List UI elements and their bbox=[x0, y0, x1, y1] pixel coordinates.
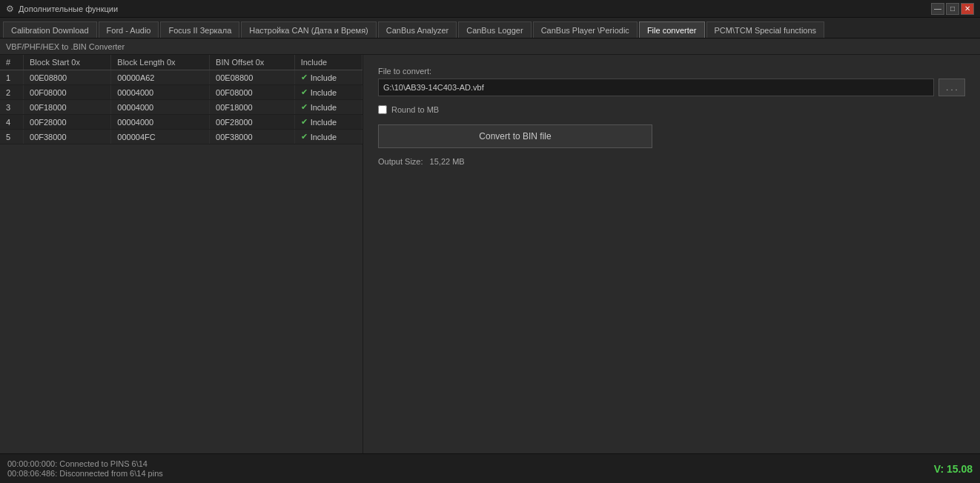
include-label: Include bbox=[311, 118, 337, 127]
cell-2-row-3: 00004000 bbox=[111, 115, 210, 130]
check-icon: ✔ bbox=[301, 117, 308, 127]
column-header-include: Include bbox=[294, 55, 362, 70]
column-header-bin-offset-0x: BIN Offset 0x bbox=[210, 55, 295, 70]
table-row: 500F38000000004FC00F38000✔Include bbox=[0, 130, 362, 144]
tab-can-settings[interactable]: Настройка CAN (Дата и Время) bbox=[241, 21, 377, 38]
file-input-row: . . . bbox=[378, 79, 965, 96]
include-label: Include bbox=[311, 103, 337, 112]
table-header: #Block Start 0xBlock Length 0xBIN Offset… bbox=[0, 55, 362, 70]
check-icon: ✔ bbox=[301, 87, 308, 97]
file-path-input[interactable] bbox=[378, 79, 934, 96]
status-line: 00:00:00:000: Connected to PINS 6\14 bbox=[7, 459, 163, 468]
cell-1-row-0: 00E08800 bbox=[24, 70, 111, 85]
close-button[interactable]: ✕ bbox=[961, 3, 974, 15]
check-icon: ✔ bbox=[301, 132, 308, 141]
round-to-mb-label: Round to MB bbox=[391, 105, 439, 114]
cell-1-row-4: 00F38000 bbox=[24, 130, 111, 144]
output-size-value: 15,22 MB bbox=[430, 157, 465, 166]
file-label: File to convert: bbox=[378, 67, 965, 76]
table-body: 100E0880000000A6200E08800✔Include200F080… bbox=[0, 70, 362, 144]
title-bar-controls[interactable]: — □ ✕ bbox=[931, 3, 974, 15]
table-header-row: #Block Start 0xBlock Length 0xBIN Offset… bbox=[0, 55, 362, 70]
minimize-button[interactable]: — bbox=[931, 3, 944, 15]
output-size: Output Size: 15,22 MB bbox=[378, 157, 965, 166]
tab-focus-ii-mirror[interactable]: Focus II Зеркала bbox=[160, 21, 239, 38]
title-bar: ⚙ Дополнительные функции — □ ✕ bbox=[0, 0, 980, 18]
column-header-#: # bbox=[0, 55, 24, 70]
tab-ford-audio[interactable]: Ford - Audio bbox=[99, 21, 159, 38]
include-cell-row-3: ✔Include bbox=[294, 115, 362, 130]
subtitle-bar: VBF/PHF/HEX to .BIN Converter bbox=[0, 39, 980, 55]
cell-3-row-4: 00F38000 bbox=[210, 130, 295, 144]
cell-3-row-3: 00F28000 bbox=[210, 115, 295, 130]
status-bar: 00:00:00:000: Connected to PINS 6\1400:0… bbox=[0, 453, 980, 483]
version-text: V: 15.08 bbox=[934, 463, 973, 475]
table-row: 200F080000000400000F08000✔Include bbox=[0, 85, 362, 100]
include-label: Include bbox=[311, 88, 337, 97]
include-cell-row-4: ✔Include bbox=[294, 130, 362, 144]
title-bar-left: ⚙ Дополнительные функции bbox=[6, 4, 118, 14]
subtitle-text: VBF/PHF/HEX to .BIN Converter bbox=[6, 42, 125, 51]
tab-pcm-tcm[interactable]: PCM\TCM Special functions bbox=[706, 21, 825, 38]
right-panel: File to convert: . . . Round to MB Conve… bbox=[363, 55, 980, 453]
cell-0-row-3: 4 bbox=[0, 115, 24, 130]
include-label: Include bbox=[311, 73, 337, 82]
app-icon: ⚙ bbox=[6, 4, 14, 14]
cell-2-row-2: 00004000 bbox=[111, 100, 210, 115]
table-row: 100E0880000000A6200E08800✔Include bbox=[0, 70, 362, 85]
cell-2-row-1: 00004000 bbox=[111, 85, 210, 100]
cell-1-row-2: 00F18000 bbox=[24, 100, 111, 115]
table-row: 400F280000000400000F28000✔Include bbox=[0, 115, 362, 130]
cell-0-row-0: 1 bbox=[0, 70, 24, 85]
browse-button[interactable]: . . . bbox=[938, 79, 965, 96]
tab-canbus-player[interactable]: CanBus Player \Periodic bbox=[533, 21, 638, 38]
file-group: File to convert: . . . bbox=[378, 67, 965, 96]
cell-0-row-1: 2 bbox=[0, 85, 24, 100]
include-cell-row-0: ✔Include bbox=[294, 70, 362, 85]
tab-canbus-analyzer[interactable]: CanBus Analyzer bbox=[378, 21, 457, 38]
check-icon: ✔ bbox=[301, 73, 308, 82]
main-content: #Block Start 0xBlock Length 0xBIN Offset… bbox=[0, 55, 980, 453]
maximize-button[interactable]: □ bbox=[946, 3, 959, 15]
tab-calibration-download[interactable]: Calibration Download bbox=[3, 21, 97, 38]
cell-3-row-0: 00E08800 bbox=[210, 70, 295, 85]
cell-3-row-2: 00F18000 bbox=[210, 100, 295, 115]
round-to-mb-checkbox[interactable] bbox=[378, 105, 387, 114]
tab-bar: Calibration DownloadFord - AudioFocus II… bbox=[0, 18, 980, 39]
title-bar-title: Дополнительные функции bbox=[19, 4, 118, 13]
cell-0-row-2: 3 bbox=[0, 100, 24, 115]
cell-2-row-4: 000004FC bbox=[111, 130, 210, 144]
status-line: 00:08:06:486: Disconnected from 6\14 pin… bbox=[7, 469, 163, 478]
column-header-block-start-0x: Block Start 0x bbox=[24, 55, 111, 70]
cell-0-row-4: 5 bbox=[0, 130, 24, 144]
blocks-table: #Block Start 0xBlock Length 0xBIN Offset… bbox=[0, 55, 362, 144]
round-to-mb-row: Round to MB bbox=[378, 105, 965, 114]
check-icon: ✔ bbox=[301, 102, 308, 112]
cell-3-row-1: 00F08000 bbox=[210, 85, 295, 100]
tab-canbus-logger[interactable]: CanBus Logger bbox=[458, 21, 531, 38]
tab-file-converter[interactable]: File converter bbox=[639, 21, 705, 38]
cell-2-row-0: 00000A62 bbox=[111, 70, 210, 85]
column-header-block-length-0x: Block Length 0x bbox=[111, 55, 210, 70]
output-size-label: Output Size: bbox=[378, 157, 423, 166]
status-messages: 00:00:00:000: Connected to PINS 6\1400:0… bbox=[7, 459, 163, 478]
cell-1-row-1: 00F08000 bbox=[24, 85, 111, 100]
include-label: Include bbox=[311, 133, 337, 141]
include-cell-row-2: ✔Include bbox=[294, 100, 362, 115]
convert-button[interactable]: Convert to BIN file bbox=[378, 124, 652, 148]
table-row: 300F180000000400000F18000✔Include bbox=[0, 100, 362, 115]
include-cell-row-1: ✔Include bbox=[294, 85, 362, 100]
left-panel: #Block Start 0xBlock Length 0xBIN Offset… bbox=[0, 55, 363, 453]
cell-1-row-3: 00F28000 bbox=[24, 115, 111, 130]
